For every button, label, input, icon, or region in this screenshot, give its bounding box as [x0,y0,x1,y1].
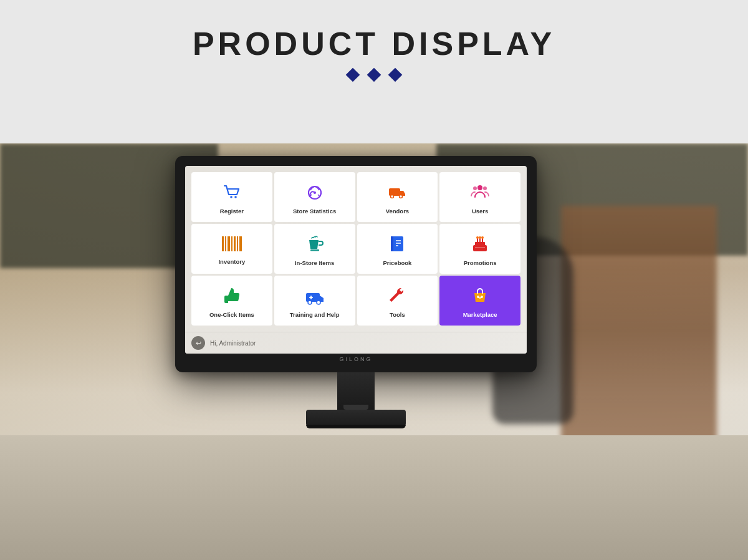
menu-grid: Register [185,166,527,332]
svg-rect-25 [473,245,487,251]
users-label: Users [472,208,488,215]
wrench-icon [387,286,407,309]
page-title: PRODUCT DISPLAY [0,25,748,62]
promotions-label: Promotions [464,259,497,266]
svg-point-30 [476,236,479,239]
svg-rect-38 [309,297,313,298]
svg-point-3 [314,191,316,194]
svg-rect-19 [310,249,319,251]
cup-icon [305,234,325,257]
screen: Register [185,166,527,354]
truck-icon [387,182,407,205]
menu-item-store-statistics[interactable]: Store Statistics [274,172,355,222]
users-icon [470,182,490,205]
counter-surface [0,435,748,560]
cake-icon [470,234,490,257]
vendors-label: Vendors [386,208,410,215]
gauge-icon [305,182,325,205]
svg-rect-21 [391,236,393,251]
svg-point-7 [391,195,394,198]
menu-item-register[interactable]: Register [191,172,272,222]
monitor-base [306,410,406,428]
svg-point-36 [317,301,320,304]
svg-rect-16 [234,236,236,251]
ambulance-icon [305,286,325,309]
svg-rect-13 [225,236,226,251]
one-click-items-label: One-Click Items [209,311,254,318]
svg-point-0 [230,196,233,198]
bag-icon [470,286,490,309]
svg-rect-6 [389,188,400,196]
book-icon [387,234,407,257]
menu-item-in-store-items[interactable]: In-Store Items [274,224,355,274]
menu-item-one-click-items[interactable]: One-Click Items [191,276,272,326]
menu-item-training-help[interactable]: Training and Help [274,276,355,326]
diamond-1 [346,68,360,82]
svg-rect-26 [475,242,485,246]
svg-point-8 [400,195,403,198]
menu-item-pricebook[interactable]: Pricebook [357,224,438,274]
svg-point-35 [308,301,312,304]
svg-point-32 [481,236,484,239]
barcode-icon [221,235,243,256]
tools-label: Tools [390,311,405,318]
training-help-label: Training and Help [290,311,340,318]
in-store-items-label: In-Store Items [295,259,334,266]
svg-line-5 [318,195,319,196]
svg-rect-17 [237,236,238,251]
cart-icon [222,182,242,205]
header-area: PRODUCT DISPLAY [0,0,748,92]
pricebook-label: Pricebook [383,259,411,266]
menu-item-vendors[interactable]: Vendors [357,172,438,222]
thumbsup-icon [222,286,242,309]
marketplace-label: Marketplace [463,311,497,318]
menu-item-users[interactable]: Users [439,172,520,222]
monitor-bezel: Register [175,156,537,372]
svg-point-9 [477,185,482,190]
store-statistics-label: Store Statistics [293,208,336,215]
svg-rect-12 [222,236,224,251]
svg-point-10 [473,186,477,190]
menu-item-promotions[interactable]: Promotions [439,224,520,274]
svg-rect-14 [228,236,230,251]
register-label: Register [220,208,244,215]
menu-item-marketplace[interactable]: Marketplace [439,276,520,326]
svg-point-1 [234,196,237,198]
menu-item-tools[interactable]: Tools [357,276,438,326]
diamond-2 [367,68,381,82]
monitor-neck [337,372,375,410]
svg-rect-15 [231,236,233,251]
menu-item-inventory[interactable]: Inventory [191,224,272,274]
background-scene: Register [0,143,748,560]
decorative-diamonds [0,70,748,80]
brand-label: GILONG [185,354,527,365]
inventory-label: Inventory [218,258,245,265]
svg-rect-18 [239,236,242,251]
monitor-wrap: Register [175,156,537,428]
svg-point-31 [479,236,481,239]
svg-point-11 [483,186,487,190]
wooden-door [561,206,717,455]
diamond-3 [388,68,403,82]
